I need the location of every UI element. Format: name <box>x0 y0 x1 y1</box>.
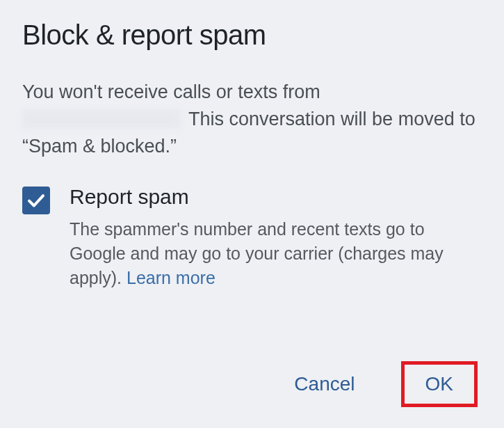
report-spam-content: Report spam The spammer's number and rec… <box>70 185 482 290</box>
dialog-description: You won't receive calls or texts from Th… <box>22 79 482 160</box>
block-report-dialog: Block & report spam You won't receive ca… <box>0 0 504 428</box>
check-icon <box>26 190 47 211</box>
redacted-phone-number <box>22 109 181 129</box>
ok-button-highlight: OK <box>401 361 478 407</box>
learn-more-link[interactable]: Learn more <box>127 268 216 287</box>
report-spam-checkbox[interactable] <box>22 187 50 214</box>
dialog-actions: Cancel OK <box>22 361 482 411</box>
report-spam-description: The spammer's number and recent texts go… <box>70 217 482 290</box>
report-spam-label: Report spam <box>70 185 482 209</box>
description-prefix: You won't receive calls or texts from <box>22 81 320 102</box>
cancel-button[interactable]: Cancel <box>276 363 373 405</box>
ok-button[interactable]: OK <box>405 365 474 404</box>
report-spam-option: Report spam The spammer's number and rec… <box>22 185 482 290</box>
dialog-title: Block & report spam <box>22 19 482 51</box>
report-spam-desc-text: The spammer's number and recent texts go… <box>70 219 444 287</box>
